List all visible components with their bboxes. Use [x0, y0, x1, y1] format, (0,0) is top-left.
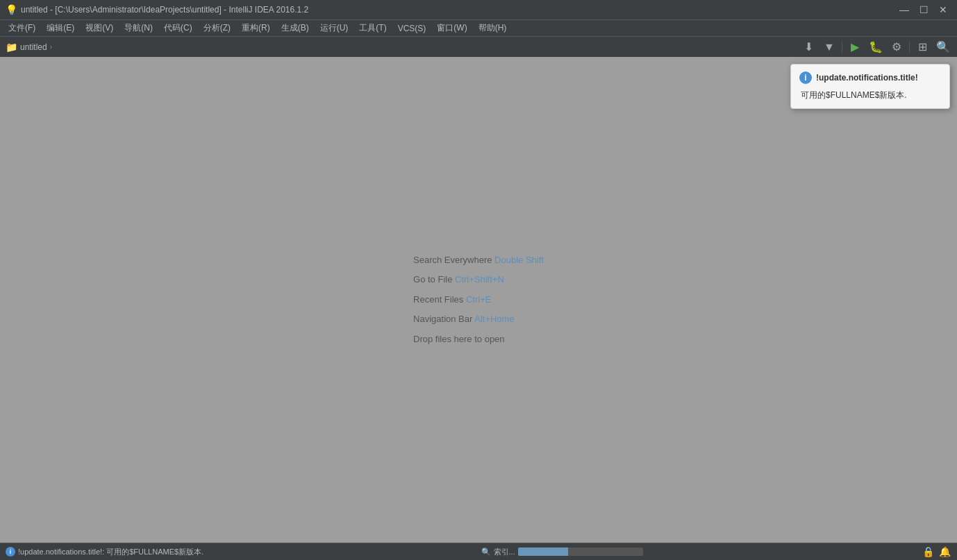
help-search-everywhere: Search Everywhere Double Shift [413, 251, 544, 271]
project-name[interactable]: untitled [20, 42, 47, 52]
menu-run[interactable]: 运行(U) [315, 21, 354, 35]
search-everywhere-shortcut: Double Shift [494, 255, 544, 265]
help-goto-file: Go to File Ctrl+Shift+N [413, 270, 544, 290]
help-drop-files: Drop files here to open [413, 330, 544, 350]
help-recent-files: Recent Files Ctrl+E [413, 290, 544, 310]
status-index-text: 🔍 索引... [481, 547, 515, 557]
menu-file[interactable]: 文件(F) [3, 21, 41, 35]
recent-files-label: Recent Files [413, 294, 466, 305]
help-navigation-bar: Navigation Bar Alt+Home [413, 309, 544, 330]
build-icon[interactable]: ⬇ [800, 39, 817, 56]
search-everywhere-button[interactable]: 🔍 [935, 39, 951, 56]
nav-bar: 📁 untitled › ⬇ ▼ ▶ 🐛 ⚙ ⊞ 🔍 [0, 36, 957, 57]
debug-button[interactable]: 🐛 [867, 39, 884, 56]
status-notification-icon[interactable]: 🔔 [938, 545, 951, 559]
menu-edit[interactable]: 编辑(E) [41, 21, 80, 35]
menu-help[interactable]: 帮助(H) [473, 21, 513, 35]
build-config-icon[interactable]: ▼ [821, 39, 838, 56]
menu-code[interactable]: 代码(C) [158, 21, 198, 35]
run-button[interactable]: ▶ [847, 39, 863, 56]
navigation-bar-shortcut: Alt+Home [474, 314, 514, 324]
title-bar: 💡 untitled - [C:\Users\Administrator\Ide… [0, 0, 957, 19]
status-notification-text: !update.notifications.title!: 可用的$FULLNA… [18, 547, 203, 557]
menu-navigate[interactable]: 导航(N) [119, 21, 158, 35]
coverage-button[interactable]: ⚙ [888, 39, 905, 56]
progress-bar [518, 548, 643, 556]
status-right: 🔒 🔔 [921, 545, 951, 559]
notification-body: 可用的$FULLNAME$新版本. [799, 90, 941, 101]
status-center: 🔍 索引... [481, 547, 642, 557]
status-notif-icon: i [6, 547, 15, 557]
menu-bar: 文件(F) 编辑(E) 视图(V) 导航(N) 代码(C) 分析(Z) 重构(R… [0, 19, 957, 36]
main-content: i !update.notifications.title! 可用的$FULLN… [0, 57, 957, 543]
menu-analyze[interactable]: 分析(Z) [198, 21, 236, 35]
status-left: i !update.notifications.title!: 可用的$FULL… [6, 547, 203, 557]
notification-info-icon: i [799, 71, 812, 84]
progress-bar-fill [518, 548, 568, 556]
menu-refactor[interactable]: 重构(R) [236, 21, 276, 35]
status-bar: i !update.notifications.title!: 可用的$FULL… [0, 543, 957, 560]
goto-file-shortcut: Ctrl+Shift+N [455, 274, 504, 285]
toolbar-separator-2 [909, 42, 910, 53]
window-controls: — ☐ ✕ [896, 3, 951, 17]
app-icon: 💡 [6, 4, 17, 15]
minimize-button[interactable]: — [896, 3, 913, 17]
notification-title: !update.notifications.title! [816, 73, 918, 83]
search-everywhere-label: Search Everywhere [413, 255, 494, 265]
title-text: untitled - [C:\Users\Administrator\IdeaP… [21, 5, 308, 15]
status-lock-icon[interactable]: 🔒 [921, 545, 935, 559]
menu-tools[interactable]: 工具(T) [353, 21, 392, 35]
project-structure-button[interactable]: ⊞ [914, 39, 931, 56]
recent-files-shortcut: Ctrl+E [466, 294, 491, 305]
menu-window[interactable]: 窗口(W) [431, 21, 472, 35]
goto-file-label: Go to File [413, 274, 455, 285]
drop-files-label: Drop files here to open [413, 334, 505, 344]
maximize-button[interactable]: ☐ [915, 3, 932, 17]
menu-build[interactable]: 生成(B) [276, 21, 315, 35]
notification-popup: i !update.notifications.title! 可用的$FULLN… [790, 64, 950, 109]
close-button[interactable]: ✕ [935, 3, 951, 17]
center-help: Search Everywhere Double Shift Go to Fil… [413, 251, 544, 350]
status-icons: 🔒 🔔 [921, 545, 951, 559]
nav-arrow: › [50, 43, 52, 51]
menu-view[interactable]: 视图(V) [80, 21, 119, 35]
toolbar-separator-1 [842, 42, 842, 53]
menu-vcs[interactable]: VCS(S) [392, 22, 432, 35]
navigation-bar-label: Navigation Bar [413, 314, 474, 324]
folder-icon: 📁 [6, 42, 17, 53]
notification-header: i !update.notifications.title! [799, 71, 941, 84]
